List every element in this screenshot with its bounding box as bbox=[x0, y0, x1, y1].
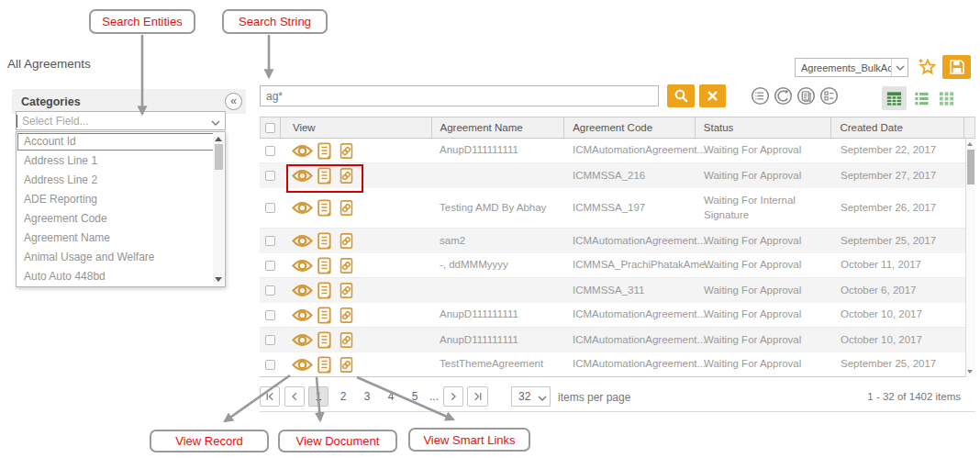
row-checkbox[interactable] bbox=[265, 146, 275, 156]
view-smart-links-icon[interactable] bbox=[339, 307, 354, 324]
status-cell: Waiting For Approval bbox=[696, 278, 832, 303]
next-page-button[interactable] bbox=[443, 386, 463, 407]
last-page-button[interactable] bbox=[467, 386, 488, 407]
select-all-checkbox[interactable] bbox=[265, 123, 275, 133]
view-document-icon[interactable] bbox=[317, 199, 331, 217]
row-checkbox[interactable] bbox=[265, 310, 275, 320]
view-record-icon[interactable] bbox=[292, 283, 313, 298]
field-option[interactable]: Address Line 1 bbox=[17, 151, 225, 171]
dropdown-scrollbar[interactable] bbox=[213, 133, 224, 285]
created-date-cell: September 25, 2017 bbox=[832, 352, 965, 376]
view-smart-links-icon[interactable] bbox=[339, 232, 354, 250]
view-record-icon[interactable] bbox=[292, 143, 313, 159]
row-checkbox[interactable] bbox=[265, 171, 275, 181]
view-document-icon[interactable] bbox=[317, 282, 331, 299]
select-field-input[interactable]: Select Field... bbox=[16, 111, 226, 130]
view-document-icon[interactable] bbox=[317, 142, 331, 160]
status-cell: Waiting For Approval bbox=[696, 139, 832, 162]
view-smart-links-icon[interactable] bbox=[339, 331, 354, 349]
favorite-star-icon[interactable] bbox=[916, 56, 938, 78]
page-number[interactable]: 3 bbox=[357, 386, 377, 407]
agreement-name-cell: AnupD111111111 bbox=[431, 139, 564, 162]
chevron-down-icon[interactable] bbox=[206, 113, 225, 129]
table-scrollbar[interactable] bbox=[965, 139, 975, 377]
created-date-cell: October 10, 2017 bbox=[832, 303, 965, 327]
view-document-icon[interactable] bbox=[317, 232, 331, 250]
column-header-agreement-name[interactable]: Agreement Name bbox=[432, 117, 565, 138]
agreement-code-cell: ICMAutomationAgreement... bbox=[564, 328, 696, 352]
table-body: AnupD111111111 ICMAutomationAgreement...… bbox=[260, 139, 965, 377]
table-row: Testing AMD By Abhay ICMMSSA_197 Waiting… bbox=[260, 188, 965, 229]
view-record-icon[interactable] bbox=[292, 200, 313, 216]
page-number[interactable]: 4 bbox=[381, 386, 401, 407]
created-date-cell: September 25, 2017 bbox=[832, 229, 965, 253]
field-option[interactable]: Agreement Code bbox=[17, 209, 225, 229]
row-checkbox[interactable] bbox=[265, 261, 275, 271]
field-option[interactable]: Account Id bbox=[17, 132, 225, 151]
table-view-toggle[interactable] bbox=[882, 86, 907, 110]
scrollbar-thumb[interactable] bbox=[215, 144, 223, 170]
view-document-icon[interactable] bbox=[317, 331, 331, 349]
collapse-panel-button[interactable]: « bbox=[225, 93, 242, 110]
view-record-icon[interactable] bbox=[292, 307, 313, 323]
page-size-select[interactable]: 32 bbox=[511, 386, 551, 407]
field-option[interactable]: ADE Reporting bbox=[17, 190, 225, 209]
categories-panel-header: Categories « bbox=[12, 89, 246, 114]
view-smart-links-icon[interactable] bbox=[339, 257, 354, 274]
field-option[interactable]: Address Line 2 bbox=[17, 171, 225, 190]
view-smart-links-icon[interactable] bbox=[339, 356, 354, 374]
view-document-icon[interactable] bbox=[317, 307, 331, 324]
status-cell: Waiting For Internal Signature bbox=[696, 188, 832, 228]
view-smart-links-icon[interactable] bbox=[339, 142, 354, 160]
callout-view-record: View Record bbox=[150, 430, 269, 452]
scroll-up-icon[interactable] bbox=[967, 142, 973, 146]
column-header-view[interactable]: View bbox=[281, 117, 432, 138]
row-checkbox[interactable] bbox=[265, 360, 275, 370]
save-search-button[interactable] bbox=[942, 55, 971, 79]
field-option[interactable]: Auto Auto 448bd bbox=[17, 267, 225, 286]
search-input[interactable] bbox=[260, 85, 659, 106]
row-checkbox[interactable] bbox=[265, 236, 275, 246]
close-icon bbox=[705, 88, 720, 104]
callout-search-string: Search String bbox=[222, 9, 328, 34]
scroll-down-icon[interactable] bbox=[215, 277, 222, 282]
view-record-icon[interactable] bbox=[292, 258, 313, 274]
search-button[interactable] bbox=[667, 84, 695, 107]
view-document-icon[interactable] bbox=[317, 356, 331, 374]
column-header-agreement-code[interactable]: Agreement Code bbox=[564, 117, 696, 138]
table-row: -, ddMMMyyyy ICMMSA_PrachiPhatakAme... W… bbox=[260, 253, 965, 278]
view-smart-links-icon[interactable] bbox=[339, 199, 354, 217]
scroll-up-icon[interactable] bbox=[215, 137, 222, 141]
refresh-icon[interactable] bbox=[774, 86, 793, 106]
view-smart-links-icon[interactable] bbox=[339, 282, 354, 299]
dictionary-icon[interactable] bbox=[796, 86, 816, 106]
view-document-icon[interactable] bbox=[317, 257, 331, 274]
page-number[interactable]: 5 bbox=[405, 386, 425, 407]
view-record-icon[interactable] bbox=[292, 357, 313, 373]
select-all-cell bbox=[261, 117, 281, 138]
page-number[interactable]: 2 bbox=[333, 386, 353, 407]
scroll-down-icon[interactable] bbox=[967, 370, 973, 374]
scrollbar-thumb[interactable] bbox=[967, 150, 974, 184]
saved-list-icon[interactable] bbox=[751, 86, 770, 106]
first-page-button[interactable] bbox=[260, 386, 280, 407]
row-checkbox[interactable] bbox=[265, 335, 275, 345]
status-cell: Waiting For Approval bbox=[696, 303, 832, 327]
clear-search-button[interactable] bbox=[699, 84, 726, 107]
agreement-name-cell: sam2 bbox=[431, 229, 564, 253]
row-checkbox[interactable] bbox=[265, 285, 275, 296]
checklist-icon[interactable] bbox=[819, 86, 839, 106]
view-record-icon[interactable] bbox=[292, 332, 313, 348]
list-view-toggle[interactable] bbox=[909, 86, 934, 110]
page-ellipsis[interactable]: ... bbox=[427, 386, 441, 407]
saved-search-dropdown[interactable]: Agreements_BulkActio bbox=[795, 58, 908, 77]
view-record-icon[interactable] bbox=[292, 233, 313, 249]
previous-page-button[interactable] bbox=[284, 386, 305, 407]
page-number[interactable]: 1 bbox=[308, 386, 329, 407]
column-header-created-date[interactable]: Created Date bbox=[831, 117, 964, 138]
tile-view-toggle[interactable] bbox=[934, 86, 959, 110]
row-checkbox[interactable] bbox=[265, 203, 275, 213]
field-option[interactable]: Agreement Name bbox=[17, 229, 225, 248]
field-option[interactable]: Animal Usage and Welfare bbox=[17, 248, 225, 267]
column-header-status[interactable]: Status bbox=[696, 117, 832, 138]
